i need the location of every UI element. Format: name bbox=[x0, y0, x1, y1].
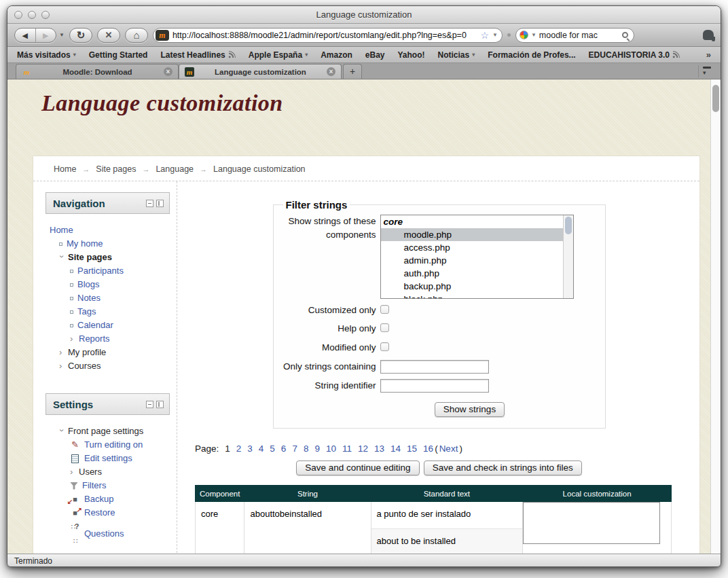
page-number-link[interactable]: 7 bbox=[292, 444, 297, 454]
chevron-right-icon[interactable]: › bbox=[70, 465, 75, 479]
listbox-option-access-php[interactable]: access.php bbox=[381, 241, 563, 254]
tab-close-icon[interactable]: × bbox=[164, 67, 172, 76]
chevron-down-icon[interactable]: › bbox=[55, 429, 69, 434]
minimize-window-button[interactable] bbox=[28, 11, 36, 19]
page-number-link[interactable]: 11 bbox=[342, 444, 352, 454]
listbox-scroll-thumb[interactable] bbox=[565, 217, 572, 234]
bookmark-noticias[interactable]: Noticias▾ bbox=[438, 50, 475, 60]
nav-item-calendar[interactable]: Calendar bbox=[48, 319, 177, 332]
next-page-link[interactable]: Next bbox=[439, 444, 458, 454]
chevron-right-icon[interactable]: › bbox=[70, 332, 75, 346]
page-number-link[interactable]: 6 bbox=[281, 444, 287, 454]
block-collapse-icon[interactable] bbox=[146, 401, 153, 408]
page-number-link[interactable]: 13 bbox=[374, 444, 384, 454]
bookmark-mas-visitados[interactable]: Más visitados▾ bbox=[17, 50, 76, 60]
components-listbox[interactable]: core moodle.php access.php admin.php aut… bbox=[380, 215, 574, 299]
page-number-link[interactable]: 4 bbox=[259, 444, 264, 454]
bookmark-educahistoria[interactable]: EDUCAHISTORIA 3.0 bbox=[589, 50, 680, 60]
listbox-option-admin-php[interactable]: admin.php bbox=[381, 254, 563, 267]
reload-button[interactable]: ↻ bbox=[69, 28, 92, 43]
nav-item-participants[interactable]: Participants bbox=[48, 264, 177, 278]
breadcrumb-site-pages[interactable]: Site pages bbox=[96, 164, 136, 174]
bookmark-apple-espana[interactable]: Apple España▾ bbox=[249, 50, 308, 60]
bookmark-star-icon[interactable]: ☆ bbox=[480, 30, 489, 41]
nav-item-reports[interactable]: ›Reports bbox=[48, 332, 177, 346]
search-magnifier-icon[interactable] bbox=[622, 32, 628, 38]
forward-button[interactable]: ▶ bbox=[36, 29, 56, 42]
settings-item-questions[interactable]: ∷?∷Questions bbox=[48, 520, 177, 548]
page-number-link[interactable]: 15 bbox=[407, 444, 417, 454]
save-and-checkin-button[interactable]: Save and check in strings into files bbox=[424, 460, 582, 475]
bookmark-formacion-de-profes[interactable]: Formación de Profes... bbox=[488, 50, 575, 60]
page-number-link[interactable]: 5 bbox=[270, 444, 275, 454]
block-collapse-icon[interactable] bbox=[146, 200, 153, 207]
nav-item-blogs[interactable]: Blogs bbox=[48, 278, 177, 291]
evernote-toolbar-icon[interactable] bbox=[703, 30, 714, 40]
breadcrumb-language[interactable]: Language bbox=[156, 164, 194, 174]
bookmark-amazon[interactable]: Amazon bbox=[321, 50, 352, 60]
chevron-right-icon[interactable]: › bbox=[59, 359, 64, 373]
bookmark-ebay[interactable]: eBay bbox=[365, 50, 385, 60]
modified-only-checkbox[interactable] bbox=[380, 342, 389, 351]
listbox-option-block-php[interactable]: block.php bbox=[381, 293, 563, 299]
customized-only-checkbox[interactable] bbox=[380, 305, 389, 314]
nav-item-tags[interactable]: Tags bbox=[48, 305, 177, 319]
search-engine-dropdown-icon[interactable]: ▼ bbox=[531, 32, 536, 38]
nav-item-site-pages[interactable]: ›Site pages bbox=[48, 251, 177, 264]
history-dropdown-icon[interactable]: ▼ bbox=[59, 32, 65, 38]
save-and-continue-button[interactable]: Save and continue editing bbox=[296, 460, 419, 475]
nav-item-home[interactable]: Home bbox=[48, 223, 177, 237]
page-number-link[interactable]: 3 bbox=[247, 444, 253, 454]
settings-item-users[interactable]: ›Users bbox=[48, 465, 177, 479]
url-bar[interactable]: m ☆ ▼ bbox=[153, 28, 503, 43]
page-number-link[interactable]: 2 bbox=[236, 444, 242, 454]
stop-button[interactable]: ✕ bbox=[97, 28, 120, 43]
page-number-link[interactable]: 10 bbox=[326, 444, 336, 454]
tab-close-icon[interactable]: × bbox=[327, 67, 335, 76]
page-scrollbar[interactable] bbox=[710, 79, 721, 554]
home-button[interactable]: ⌂ bbox=[125, 28, 148, 43]
tab-language-customization[interactable]: m Language customization × bbox=[179, 64, 342, 79]
show-strings-button[interactable]: Show strings bbox=[435, 402, 505, 417]
string-identifier-input[interactable] bbox=[380, 379, 489, 393]
block-dock-icon[interactable] bbox=[156, 401, 164, 408]
page-number-link[interactable]: 12 bbox=[358, 444, 368, 454]
nav-item-notes[interactable]: Notes bbox=[48, 291, 177, 305]
settings-item-edit-settings[interactable]: Edit settings bbox=[48, 452, 177, 465]
search-box[interactable]: ▼ bbox=[515, 28, 634, 43]
nav-item-courses[interactable]: ›Courses bbox=[48, 359, 177, 373]
listbox-option-backup-php[interactable]: backup.php bbox=[381, 280, 563, 293]
settings-item-filters[interactable]: Filters bbox=[48, 479, 177, 492]
search-input[interactable] bbox=[539, 31, 619, 40]
nav-item-my-home[interactable]: My home bbox=[48, 237, 177, 251]
chevron-down-icon[interactable]: › bbox=[55, 255, 69, 260]
url-input[interactable] bbox=[172, 31, 477, 40]
title-bar[interactable]: Language customization bbox=[7, 6, 721, 24]
bookmark-getting-started[interactable]: Getting Started bbox=[89, 50, 148, 60]
settings-item-backup[interactable]: ■↙Backup bbox=[48, 492, 177, 506]
breadcrumb-home[interactable]: Home bbox=[54, 164, 76, 174]
zoom-window-button[interactable] bbox=[41, 11, 50, 19]
bookmark-latest-headlines[interactable]: Latest Headlines bbox=[160, 50, 235, 60]
listbox-option-moodle-php[interactable]: moodle.php bbox=[381, 228, 563, 241]
help-only-checkbox[interactable] bbox=[380, 323, 389, 332]
listbox-option-auth-php[interactable]: auth.php bbox=[381, 267, 563, 280]
list-all-tabs-button[interactable]: ▾ bbox=[698, 65, 715, 77]
url-dropdown-icon[interactable]: ▼ bbox=[492, 32, 498, 38]
page-scroll-thumb[interactable] bbox=[712, 85, 719, 112]
back-button[interactable]: ◀ bbox=[15, 29, 36, 42]
page-number-link[interactable]: 16 bbox=[423, 444, 433, 454]
local-customization-textarea[interactable] bbox=[523, 502, 660, 544]
tab-moodle-download[interactable]: m Moodle: Download × bbox=[16, 64, 179, 79]
new-tab-button[interactable]: + bbox=[343, 64, 362, 79]
nav-item-my-profile[interactable]: ›My profile bbox=[48, 346, 177, 359]
chevron-right-icon[interactable]: › bbox=[59, 346, 64, 359]
close-window-button[interactable] bbox=[14, 11, 22, 19]
only-strings-containing-input[interactable] bbox=[380, 360, 489, 374]
page-number-link[interactable]: 9 bbox=[314, 444, 320, 454]
bookmarks-overflow-icon[interactable]: » bbox=[706, 50, 711, 60]
settings-item-front-page-settings[interactable]: ›Front page settings bbox=[48, 425, 177, 438]
google-search-engine-icon[interactable] bbox=[520, 31, 528, 39]
settings-item-turn-editing-on[interactable]: ✎Turn editing on bbox=[48, 438, 177, 452]
listbox-scrollbar[interactable] bbox=[563, 215, 573, 298]
